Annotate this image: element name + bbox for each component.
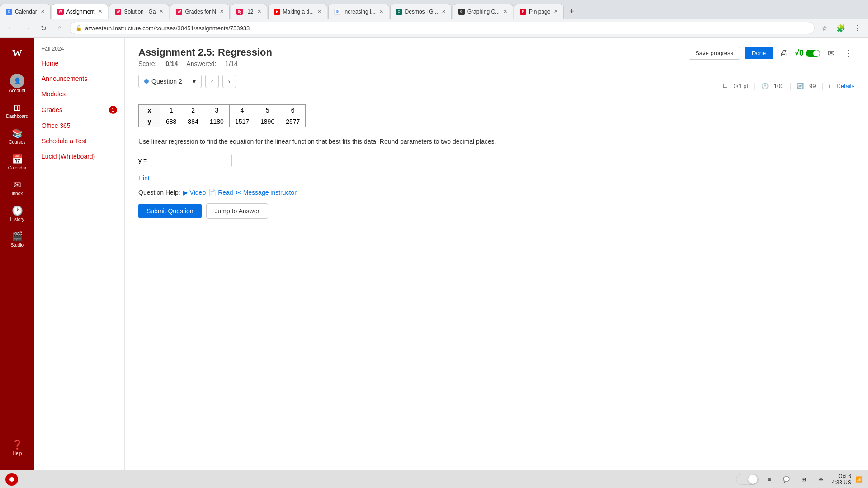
studio-icon: 🎬 xyxy=(12,231,23,242)
tab-desmos[interactable]: D Desmos | G... ✕ xyxy=(390,4,452,19)
mail-icon[interactable]: ✉ xyxy=(825,47,837,60)
prev-question-button[interactable]: ‹ xyxy=(205,75,219,88)
hint-link[interactable]: Hint xyxy=(138,174,854,182)
svg-text:W: W xyxy=(12,47,22,59)
tab-favicon-grades: W xyxy=(176,9,182,15)
browser-chrome: C Calendar ✕ W Assignment ✕ W Solution -… xyxy=(0,0,868,38)
tab-youtube[interactable]: ▶ Making a d... ✕ xyxy=(268,4,328,19)
tab-close-assignment[interactable]: ✕ xyxy=(98,9,102,14)
tab-close-desmos[interactable]: ✕ xyxy=(442,9,446,14)
system-toggle[interactable] xyxy=(736,474,759,485)
tab-close-pin[interactable]: ✕ xyxy=(554,9,558,14)
sidebar-item-inbox[interactable]: ✉ Inbox xyxy=(0,176,34,200)
table-row-x: x 1 2 3 4 5 6 xyxy=(139,105,306,116)
forward-button[interactable]: → xyxy=(21,22,33,34)
sidebar-label-history: History xyxy=(10,217,24,222)
done-button[interactable]: Done xyxy=(745,47,773,59)
nav-item-schedule[interactable]: Schedule a Test xyxy=(34,133,124,149)
sidebar-label-help: Help xyxy=(13,451,22,456)
sidebar-item-account[interactable]: 👤 Account xyxy=(0,70,34,97)
question-help: Question Help: ▶ Video 📄 Read ✉ Message … xyxy=(138,189,854,196)
message-help-link[interactable]: ✉ Message instructor xyxy=(236,189,297,196)
tab-calendar[interactable]: C Calendar ✕ xyxy=(0,4,51,19)
tab-close-graphing[interactable]: ✕ xyxy=(503,9,507,14)
tab-label-pin: Pin page xyxy=(529,9,550,15)
info-icon: ℹ xyxy=(829,83,831,89)
tab-label-solution: Solution - Ga xyxy=(124,9,156,15)
nav-item-announcements[interactable]: Announcements xyxy=(34,71,124,86)
tab-close-sy[interactable]: ✕ xyxy=(257,9,261,14)
more-options-icon[interactable]: ⋮ xyxy=(842,47,854,60)
taskbar-grid-icon[interactable]: ⊞ xyxy=(797,473,810,486)
dropdown-chevron: ▾ xyxy=(193,78,196,85)
taskbar-chat-icon[interactable]: 💬 xyxy=(780,473,793,486)
table-cell-y2: 884 xyxy=(182,116,204,127)
tab-close-grades[interactable]: ✕ xyxy=(220,9,224,14)
college-logo: W xyxy=(6,42,28,65)
content-area: Assignment 2.5: Regression Score: 0/14 A… xyxy=(125,38,868,488)
nav-item-lucid[interactable]: Lucid (Whiteboard) xyxy=(34,149,124,164)
next-question-button[interactable]: › xyxy=(222,75,236,88)
wifi-icon: 📶 xyxy=(856,476,863,483)
nav-item-home[interactable]: Home xyxy=(34,56,124,71)
tab-grades[interactable]: W Grades for N ✕ xyxy=(170,4,230,19)
sidebar-item-calendar[interactable]: 📅 Calendar xyxy=(0,150,34,174)
tab-solution[interactable]: W Solution - Ga ✕ xyxy=(109,4,169,19)
details-link[interactable]: Details xyxy=(836,83,854,89)
address-bar-row: ← → ↻ ⌂ 🔒 azwestern.instructure.com/cour… xyxy=(0,19,868,37)
nav-item-grades[interactable]: Grades 1 xyxy=(34,102,124,118)
address-box[interactable]: 🔒 azwestern.instructure.com/courses/3045… xyxy=(70,22,815,34)
taskbar-add-icon[interactable]: ⊕ xyxy=(815,473,827,486)
tab-assignment[interactable]: W Assignment ✕ xyxy=(52,4,108,19)
tab-pin[interactable]: P Pin page ✕ xyxy=(514,4,564,19)
video-help-link[interactable]: ▶ Video xyxy=(183,189,206,196)
nav-item-office365[interactable]: Office 365 xyxy=(34,118,124,133)
read-help-link[interactable]: 📄 Read xyxy=(208,189,233,196)
tab-close-google[interactable]: ✕ xyxy=(379,9,383,14)
extensions-button[interactable]: 🧩 xyxy=(835,22,847,34)
taskbar-list-icon[interactable]: ≡ xyxy=(763,473,776,486)
sidebar-label-dashboard: Dashboard xyxy=(6,114,28,119)
question-info-row: Question 2 ▾ ‹ › ☐ 0/1 pt | 🕐 100 | 🔄 99… xyxy=(138,75,854,97)
sidebar-item-courses[interactable]: 📚 Courses xyxy=(0,124,34,148)
tab-google[interactable]: G Increasing i... ✕ xyxy=(328,4,389,19)
tab-bar: C Calendar ✕ W Assignment ✕ W Solution -… xyxy=(0,0,868,19)
separator2: | xyxy=(789,81,791,91)
tab-sy[interactable]: Sy -12 ✕ xyxy=(231,4,267,19)
bookmark-button[interactable]: ☆ xyxy=(818,22,831,34)
browser-menu-button[interactable]: ⋮ xyxy=(851,22,863,34)
question-dropdown[interactable]: Question 2 ▾ xyxy=(138,75,202,88)
tab-close-youtube[interactable]: ✕ xyxy=(317,9,321,14)
print-icon[interactable]: 🖨 xyxy=(778,47,790,60)
separator1: | xyxy=(754,81,756,91)
sidebar-item-studio[interactable]: 🎬 Studio xyxy=(0,227,34,251)
sidebar-item-history[interactable]: 🕐 History xyxy=(0,202,34,225)
tab-add-button[interactable]: + xyxy=(565,4,578,19)
sidebar-item-help[interactable]: ❓ Help xyxy=(0,436,34,460)
tab-close-calendar[interactable]: ✕ xyxy=(41,9,45,14)
sidebar-item-dashboard[interactable]: ⊞ Dashboard xyxy=(0,99,34,122)
taskbar: ≡ 💬 ⊞ ⊕ Oct 6 4:33 US 📶 xyxy=(0,470,868,488)
back-button[interactable]: ← xyxy=(5,22,17,34)
tab-close-solution[interactable]: ✕ xyxy=(159,9,163,14)
home-button[interactable]: ⌂ xyxy=(53,22,66,34)
sidebar-label-studio: Studio xyxy=(11,243,24,248)
nav-item-modules[interactable]: Modules xyxy=(34,86,124,102)
taskbar-record-button[interactable] xyxy=(5,473,18,486)
table-cell-y3: 1180 xyxy=(204,116,229,127)
jump-to-answer-button[interactable]: Jump to Answer xyxy=(206,203,269,219)
tab-label-graphing: Graphing C... xyxy=(467,9,500,15)
calendar-icon: 📅 xyxy=(12,154,23,164)
table-cell-x1: 1 xyxy=(160,105,182,116)
address-text: azwestern.instructure.com/courses/30451/… xyxy=(85,25,250,32)
reload-button[interactable]: ↻ xyxy=(37,22,50,34)
left-nav: Fall 2024 Home Announcements Modules Gra… xyxy=(34,38,125,488)
question-points: 0/1 pt xyxy=(733,83,748,89)
answer-input[interactable] xyxy=(151,154,232,167)
dashboard-icon: ⊞ xyxy=(14,102,21,113)
save-progress-button[interactable]: Save progress xyxy=(689,47,740,60)
score-label: Score: xyxy=(138,60,156,67)
toggle-switch[interactable]: √0 xyxy=(795,48,820,58)
submit-question-button[interactable]: Submit Question xyxy=(138,204,202,218)
tab-graphing[interactable]: G Graphing C... ✕ xyxy=(453,4,513,19)
